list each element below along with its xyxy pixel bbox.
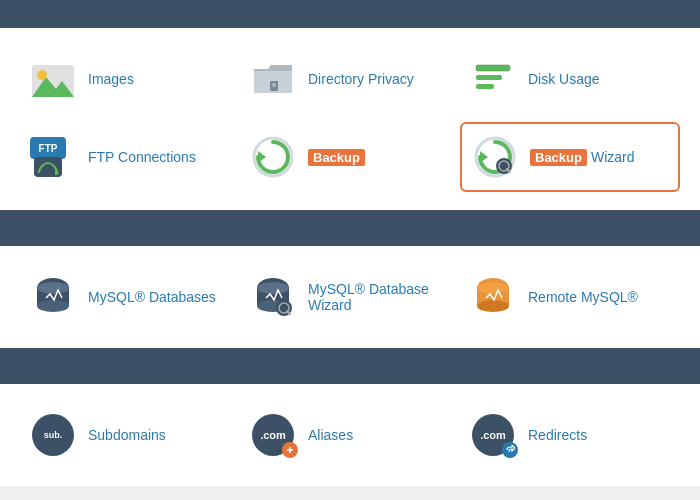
files-grid: Images Directory Privacy	[20, 46, 680, 192]
top-bar	[0, 0, 700, 28]
backup-wizard-label-wrap: Backup Wizard	[530, 149, 635, 166]
subdomains-label: Subdomains	[88, 427, 166, 443]
redirects-icon: .com	[470, 412, 516, 458]
aliases-icon: .com	[250, 412, 296, 458]
backup-wizard-tag: Backup	[530, 149, 587, 166]
remote-mysql-icon	[470, 274, 516, 320]
subdomains-item[interactable]: sub. Subdomains	[20, 402, 240, 468]
svg-rect-5	[476, 65, 510, 71]
svg-marker-11	[258, 151, 266, 163]
mysql-databases-label: MySQL® Databases	[88, 289, 216, 305]
remote-mysql-item[interactable]: Remote MySQL®	[460, 264, 680, 330]
svg-point-24	[257, 282, 289, 294]
aliases-item[interactable]: .com Aliases	[240, 402, 460, 468]
mysql-databases-item[interactable]: MySQL® Databases	[20, 264, 240, 330]
divider-2	[0, 348, 700, 384]
domains-section: sub. Subdomains .com	[0, 384, 700, 486]
svg-point-30	[477, 300, 509, 312]
svg-rect-6	[476, 75, 502, 80]
svg-rect-7	[476, 84, 494, 89]
mysql-wizard-label: MySQL® Database Wizard	[308, 281, 450, 313]
databases-grid: MySQL® Databases MySQL® Database Wizard	[20, 264, 680, 330]
redirects-label: Redirects	[528, 427, 587, 443]
divider-1	[0, 210, 700, 246]
domains-grid: sub. Subdomains .com	[20, 402, 680, 468]
files-section: Images Directory Privacy	[0, 28, 700, 210]
disk-usage-label: Disk Usage	[528, 71, 600, 87]
mysql-wizard-icon	[250, 274, 296, 320]
backup-item[interactable]: Backup	[240, 122, 460, 192]
databases-section: MySQL® Databases MySQL® Database Wizard	[0, 246, 700, 348]
backup-tag: Backup	[308, 149, 365, 166]
directory-privacy-item[interactable]: Directory Privacy	[240, 46, 460, 112]
ftp-connections-item[interactable]: FTP FTP Connections	[20, 122, 240, 192]
folder-icon	[250, 56, 296, 102]
svg-point-19	[37, 300, 69, 312]
mysql-icon	[30, 274, 76, 320]
svg-point-2	[37, 70, 47, 80]
svg-point-31	[477, 282, 509, 294]
images-icon	[30, 56, 76, 102]
backup-label-wrap: Backup	[308, 149, 365, 166]
disk-usage-item[interactable]: Disk Usage	[460, 46, 680, 112]
aliases-label: Aliases	[308, 427, 353, 443]
backup-icon	[250, 134, 296, 180]
backup-wizard-suffix: Wizard	[591, 149, 635, 165]
remote-mysql-label: Remote MySQL®	[528, 289, 638, 305]
directory-privacy-label: Directory Privacy	[308, 71, 414, 87]
ftp-connections-label: FTP Connections	[88, 149, 196, 165]
svg-point-4	[272, 83, 276, 87]
mysql-wizard-item[interactable]: MySQL® Database Wizard	[240, 264, 460, 330]
backup-wizard-icon	[472, 134, 518, 180]
images-item[interactable]: Images	[20, 46, 240, 112]
redirects-item[interactable]: .com Redirects	[460, 402, 680, 468]
disk-icon	[470, 56, 516, 102]
ftp-icon: FTP	[30, 134, 76, 180]
images-label: Images	[88, 71, 134, 87]
backup-wizard-item[interactable]: Backup Wizard	[460, 122, 680, 192]
svg-point-20	[37, 282, 69, 294]
svg-marker-13	[480, 151, 488, 163]
subdomain-icon: sub.	[30, 412, 76, 458]
